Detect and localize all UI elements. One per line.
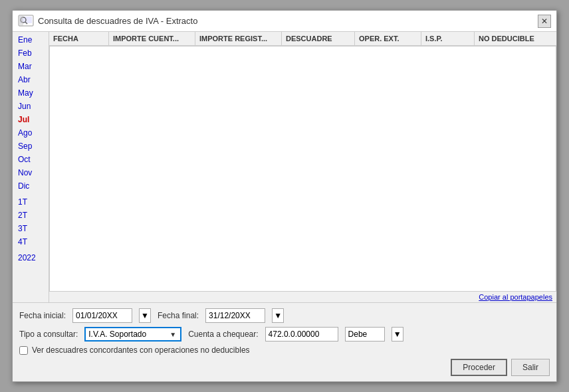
col-header-isp: I.S.P. — [421, 32, 475, 45]
fecha-inicial-input[interactable] — [72, 308, 132, 323]
table-body — [49, 46, 556, 292]
debe-input[interactable] — [345, 327, 385, 342]
sidebar-month-dic[interactable]: Dic — [13, 179, 49, 193]
main-dialog: Consulta de descuadres de IVA - Extracto… — [12, 10, 557, 382]
sidebar-year[interactable]: 2022 — [13, 251, 49, 264]
salir-button[interactable]: Salir — [511, 359, 550, 376]
sidebar-month-ago[interactable]: Ago — [13, 126, 49, 140]
fecha-final-input[interactable] — [205, 308, 265, 323]
svg-rect-4 — [19, 16, 23, 27]
title-bar: Consulta de descuadres de IVA - Extracto… — [13, 11, 556, 32]
fecha-inicial-label: Fecha inicial: — [19, 311, 66, 320]
sidebar-month-mar[interactable]: Mar — [13, 60, 49, 73]
fecha-final-dropdown[interactable]: ▼ — [272, 308, 284, 323]
sidebar-month-jul[interactable]: Jul — [13, 113, 49, 126]
col-header-importe-registro: IMPORTE REGIST... — [195, 32, 282, 45]
footer-row-tipo: Tipo a consultar: ▼ Cuenta a chequear: ▼ — [19, 327, 550, 342]
col-header-descuadre: DESCUADRE — [282, 32, 355, 45]
fecha-final-label: Fecha final: — [158, 311, 199, 320]
main-content: EneFebMarAbrMayJunJulAgoSepOctNovDic 1T2… — [13, 32, 556, 302]
col-header-importe-cuenta: IMPORTE CUENT... — [109, 32, 195, 45]
sidebar-month-nov[interactable]: Nov — [13, 166, 49, 179]
tipo-consultar-box[interactable]: ▼ — [84, 327, 181, 342]
table-header: FECHA IMPORTE CUENT... IMPORTE REGIST...… — [49, 32, 556, 46]
dialog-icon — [18, 15, 34, 28]
col-header-fecha: FECHA — [49, 32, 109, 45]
cuenta-chequear-input[interactable] — [265, 327, 338, 342]
sidebar-month-abr[interactable]: Abr — [13, 73, 49, 86]
descuadres-checkbox[interactable] — [19, 346, 28, 355]
footer: Fecha inicial: ▼ Fecha final: ▼ Tipo a c… — [13, 302, 556, 381]
sidebar: EneFebMarAbrMayJunJulAgoSepOctNovDic 1T2… — [13, 32, 49, 302]
footer-buttons: Proceder Salir — [19, 359, 550, 376]
tipo-consultar-label: Tipo a consultar: — [19, 330, 78, 339]
sidebar-month-feb[interactable]: Feb — [13, 47, 49, 60]
col-header-oper-ext: OPER. EXT. — [355, 32, 421, 45]
dialog-title: Consulta de descuadres de IVA - Extracto — [38, 16, 197, 26]
sidebar-quarter-4t[interactable]: 4T — [13, 235, 49, 248]
sidebar-month-oct[interactable]: Oct — [13, 153, 49, 166]
proceder-button[interactable]: Proceder — [451, 359, 507, 376]
checkbox-row: Ver descuadres concordantes con operacio… — [19, 345, 550, 355]
cuenta-chequear-label: Cuenta a chequear: — [188, 330, 258, 339]
sidebar-quarter-3t[interactable]: 3T — [13, 222, 49, 235]
sidebar-quarter-1t[interactable]: 1T — [13, 195, 49, 209]
sidebar-month-may[interactable]: May — [13, 86, 49, 100]
tipo-consultar-input[interactable] — [88, 330, 168, 339]
col-header-no-deducible: NO DEDUCIBLE — [475, 32, 556, 45]
table-area: FECHA IMPORTE CUENT... IMPORTE REGIST...… — [49, 32, 556, 302]
tipo-consultar-dropdown[interactable]: ▼ — [168, 331, 177, 338]
sidebar-month-jun[interactable]: Jun — [13, 100, 49, 113]
sidebar-month-sep[interactable]: Sep — [13, 140, 49, 153]
copy-link[interactable]: Copiar al portapapeles — [49, 292, 556, 302]
debe-dropdown[interactable]: ▼ — [392, 327, 403, 342]
sidebar-month-ene[interactable]: Ene — [13, 33, 49, 47]
fecha-inicial-dropdown[interactable]: ▼ — [139, 308, 151, 323]
descuadres-label: Ver descuadres concordantes con operacio… — [32, 345, 250, 355]
close-button[interactable]: ✕ — [538, 15, 551, 28]
title-bar-left: Consulta de descuadres de IVA - Extracto — [18, 15, 197, 28]
sidebar-quarter-2t[interactable]: 2T — [13, 209, 49, 222]
footer-row-dates: Fecha inicial: ▼ Fecha final: ▼ — [19, 308, 550, 323]
